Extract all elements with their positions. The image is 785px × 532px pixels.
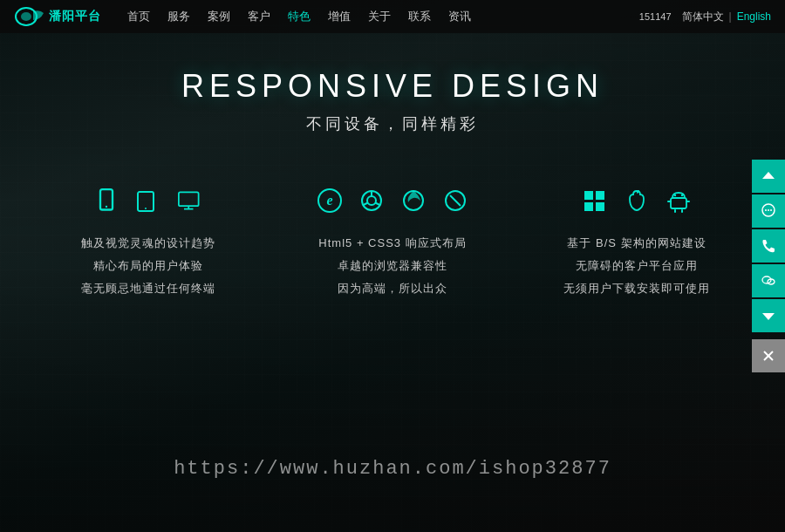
firefox-icon: [399, 187, 427, 215]
feature-col-browsers: e: [305, 187, 480, 300]
device-feature-2: 精心布局的用户体验: [81, 255, 215, 277]
platform-features: 基于 B/S 架构的网站建设 无障碍的客户平台应用 无须用户下载安装即可使用: [563, 232, 710, 300]
svg-line-13: [364, 203, 368, 206]
mobile-svg: [94, 188, 119, 213]
svg-point-26: [674, 194, 676, 196]
svg-point-27: [681, 194, 683, 196]
device-feature-1: 触及视觉灵魂的设计趋势: [81, 232, 215, 255]
platform-feature-2: 无障碍的客户平台应用: [563, 255, 710, 277]
chat-button[interactable]: [752, 194, 785, 228]
logo-text: 潘阳平台: [49, 9, 101, 24]
feature-col-platforms: 基于 B/S 架构的网站建设 无障碍的客户平台应用 无须用户下载安装即可使用: [550, 187, 724, 300]
platform-feature-1: 基于 B/S 架构的网站建设: [563, 232, 710, 255]
nav-value[interactable]: 增值: [328, 9, 351, 24]
svg-point-30: [768, 209, 769, 211]
tablet-svg: [136, 188, 160, 213]
phone-button[interactable]: [752, 229, 785, 263]
sidebar-buttons: [752, 160, 785, 372]
device-feature-3: 毫无顾忌地通过任何终端: [81, 277, 215, 300]
windows-svg: [583, 188, 607, 213]
svg-point-31: [770, 209, 772, 211]
svg-rect-19: [584, 202, 593, 211]
android-icon: [665, 187, 693, 215]
logo-icon: [14, 4, 45, 29]
ie-letter: e: [326, 193, 332, 208]
monitor-svg: [178, 188, 202, 213]
browser-features: Html5 + CSS3 响应式布局 卓越的浏览器兼容性 因为高端，所以出众: [318, 232, 466, 300]
title-section: RESPONSIVE DESIGN 不同设备，同样精彩: [181, 68, 604, 134]
svg-point-1: [21, 12, 31, 21]
nav-links: 首页 服务 案例 客户 特色 增值 关于 联系 资讯: [127, 9, 639, 24]
apple-icon: [623, 187, 651, 215]
wechat-button[interactable]: [752, 264, 785, 297]
close-button[interactable]: [752, 339, 785, 372]
ie-icon: e: [316, 187, 344, 215]
nav-contact[interactable]: 联系: [408, 9, 431, 24]
ie-browser-icon: e: [317, 188, 342, 213]
apple-svg: [625, 188, 649, 213]
svg-rect-17: [584, 191, 593, 200]
nav-home[interactable]: 首页: [127, 9, 150, 24]
navbar: 潘阳平台 首页 服务 案例 客户 特色 增值 关于 联系 资讯 151147 简…: [0, 0, 785, 33]
close-icon: [761, 348, 776, 364]
mobile-icon: [92, 187, 120, 215]
chrome-icon: [358, 187, 386, 215]
platform-feature-3: 无须用户下载安装即可使用: [563, 277, 710, 300]
up-arrow-icon: [761, 168, 776, 184]
svg-rect-20: [596, 202, 604, 211]
nav-about[interactable]: 关于: [368, 9, 391, 24]
features-grid: 触及视觉灵魂的设计趋势 精心布局的用户体验 毫无顾忌地通过任何终端 e: [0, 187, 785, 300]
lang-switcher: 151147 简体中文 | English: [639, 10, 771, 24]
phone-icon: [761, 238, 776, 254]
device-features: 触及视觉灵魂的设计趋势 精心布局的用户体验 毫无顾忌地通过任何终端: [81, 232, 215, 300]
svg-rect-18: [596, 191, 604, 200]
sub-title: 不同设备，同样精彩: [181, 113, 604, 134]
svg-line-16: [450, 195, 461, 206]
firefox-svg: [401, 188, 426, 213]
browser-feature-1: Html5 + CSS3 响应式布局: [318, 232, 466, 255]
feature-col-devices: 触及视觉灵魂的设计趋势 精心布局的用户体验 毫无顾忌地通过任何终端: [61, 187, 236, 300]
platform-icons: [581, 187, 693, 215]
logo[interactable]: 潘阳平台: [14, 4, 101, 29]
lang-en[interactable]: English: [737, 10, 771, 23]
main-title: RESPONSIVE DESIGN: [181, 68, 604, 105]
browser-feature-2: 卓越的浏览器兼容性: [318, 255, 466, 277]
svg-point-32: [762, 276, 771, 283]
nav-client[interactable]: 客户: [248, 9, 270, 24]
svg-rect-6: [179, 192, 199, 206]
svg-line-12: [375, 203, 379, 206]
android-svg: [666, 188, 691, 213]
browser-icons: e: [316, 187, 469, 215]
tablet-icon: [134, 187, 162, 215]
svg-rect-21: [671, 198, 686, 208]
wechat-icon: [761, 273, 776, 289]
scroll-down-button[interactable]: [752, 299, 785, 332]
no-svg: [443, 188, 468, 213]
chat-icon: [761, 203, 776, 219]
windows-icon: [581, 187, 609, 215]
watermark-url: https://www.huzhan.com/ishop32877: [174, 458, 611, 480]
svg-point-10: [367, 196, 376, 205]
scroll-up-button[interactable]: [752, 160, 785, 193]
browser-feature-3: 因为高端，所以出众: [318, 277, 466, 300]
device-icons: [92, 187, 204, 215]
nav-news[interactable]: 资讯: [448, 9, 471, 24]
lang-zh[interactable]: 简体中文: [682, 10, 724, 24]
down-arrow-icon: [761, 308, 776, 324]
monitor-icon: [176, 187, 204, 215]
svg-point-29: [765, 209, 767, 211]
chrome-svg: [359, 188, 384, 213]
no-icon: [441, 187, 469, 215]
visit-count: 151147: [639, 11, 672, 22]
lang-divider: |: [729, 10, 732, 23]
nav-case[interactable]: 案例: [208, 9, 230, 24]
nav-service[interactable]: 服务: [167, 9, 190, 24]
nav-feature[interactable]: 特色: [288, 9, 311, 24]
